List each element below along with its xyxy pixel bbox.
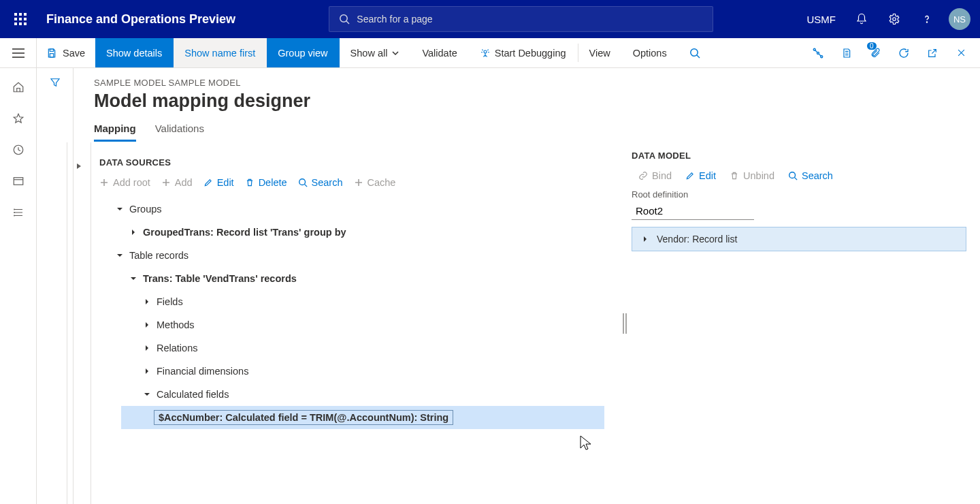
svg-point-11 <box>817 52 819 54</box>
dm-search-button[interactable]: Search <box>788 170 833 181</box>
datamodel-node-vendor[interactable]: Vendor: Record list <box>632 227 966 251</box>
bind-button[interactable]: Bind <box>638 170 672 181</box>
add-root-button[interactable]: Add root <box>99 177 150 188</box>
dm-node-label: Vendor: Record list <box>657 234 737 245</box>
tree-label: Financial dimensions <box>157 366 248 377</box>
workspaces-icon[interactable] <box>5 169 32 193</box>
add-button[interactable]: Add <box>161 177 193 188</box>
tree-node-trans[interactable]: Trans: Table 'VendTrans' records <box>99 267 618 290</box>
tree-label: Relations <box>157 343 197 353</box>
svg-point-3 <box>926 22 927 22</box>
svg-point-0 <box>340 15 347 22</box>
tree-label: $AccNumber: Calculated field = TRIM(@.Ac… <box>154 410 453 425</box>
notifications-icon[interactable] <box>851 8 872 30</box>
unbind-button[interactable]: Unbind <box>730 170 774 181</box>
filter-icon[interactable] <box>49 76 61 91</box>
options-menu[interactable]: Options <box>622 38 679 67</box>
home-icon[interactable] <box>5 75 32 99</box>
tree-node-table-records[interactable]: Table records <box>99 244 618 267</box>
hamburger-icon <box>12 48 24 58</box>
debug-icon <box>480 48 491 59</box>
svg-point-21 <box>789 172 796 178</box>
svg-point-16 <box>14 215 14 216</box>
refresh-icon[interactable] <box>892 38 916 68</box>
search-icon <box>689 48 700 59</box>
caret-down-icon <box>144 391 150 398</box>
show-all-dropdown[interactable]: Show all <box>340 38 412 67</box>
favorites-icon[interactable] <box>5 106 32 131</box>
caret-right-icon <box>144 298 150 305</box>
svg-line-18 <box>304 185 307 187</box>
svg-line-1 <box>346 21 349 24</box>
help-icon[interactable] <box>916 8 938 30</box>
tree-label: Trans: Table 'VendTrans' records <box>143 273 297 284</box>
connector-icon[interactable] <box>806 38 830 68</box>
chevron-right-icon <box>76 163 82 170</box>
tree-node-relations[interactable]: Relations <box>99 336 618 360</box>
tab-mapping[interactable]: Mapping <box>94 123 136 142</box>
svg-point-10 <box>821 55 823 57</box>
dm-edit-label: Edit <box>699 170 716 181</box>
svg-line-8 <box>697 55 700 58</box>
svg-point-14 <box>14 209 14 210</box>
dm-edit-button[interactable]: Edit <box>685 170 716 181</box>
svg-point-9 <box>813 48 815 50</box>
find-button[interactable] <box>679 38 712 67</box>
link-icon <box>638 171 648 180</box>
tree-node-financial-dimensions[interactable]: Financial dimensions <box>99 360 618 383</box>
ds-search-label: Search <box>312 177 343 188</box>
save-label: Save <box>63 48 85 59</box>
modules-icon[interactable] <box>5 200 32 225</box>
caret-right-icon <box>144 368 150 375</box>
root-definition-input[interactable] <box>632 202 754 220</box>
svg-line-22 <box>795 178 798 180</box>
tree-node-grouped-trans[interactable]: GroupedTrans: Record list 'Trans' group … <box>99 221 618 244</box>
trash-icon <box>245 178 255 187</box>
plus-icon <box>161 178 171 187</box>
close-icon[interactable] <box>949 38 973 68</box>
popout-icon[interactable] <box>920 38 945 68</box>
nav-rail <box>0 68 37 504</box>
show-details-button[interactable]: Show details <box>95 38 174 67</box>
cache-button[interactable]: Cache <box>354 177 396 188</box>
svg-point-15 <box>14 212 14 213</box>
recent-icon[interactable] <box>5 138 32 162</box>
view-menu[interactable]: View <box>578 38 622 67</box>
tree-node-fields[interactable]: Fields <box>99 290 618 313</box>
attachments-badge: 0 <box>867 42 877 50</box>
tree-node-groups[interactable]: Groups <box>99 198 618 221</box>
show-all-label: Show all <box>350 48 388 59</box>
user-avatar[interactable]: NS <box>949 8 970 30</box>
ds-search-button[interactable]: Search <box>298 177 343 188</box>
group-view-button[interactable]: Group view <box>267 38 339 67</box>
cache-label: Cache <box>368 177 396 188</box>
pane-splitter[interactable] <box>618 142 632 504</box>
attachments-icon[interactable]: 0 <box>863 38 887 68</box>
chevron-down-icon <box>391 49 399 57</box>
splitter-handle-icon <box>622 313 627 334</box>
global-search[interactable]: Search for a page <box>329 6 713 32</box>
breadcrumb: SAMPLE MODEL SAMPLE MODEL <box>94 78 980 88</box>
app-title: Finance and Operations Preview <box>46 12 235 27</box>
show-name-first-button[interactable]: Show name first <box>174 38 267 67</box>
tree-label: Calculated fields <box>157 389 229 400</box>
tab-validations[interactable]: Validations <box>155 123 204 142</box>
office-icon[interactable] <box>834 38 859 68</box>
search-icon <box>298 178 308 187</box>
tree-node-calculated-fields[interactable]: Calculated fields <box>99 383 618 406</box>
collapse-column[interactable] <box>67 142 91 504</box>
validate-button[interactable]: Validate <box>411 38 468 67</box>
app-launcher-icon[interactable] <box>7 5 34 33</box>
delete-button[interactable]: Delete <box>245 177 287 188</box>
start-debugging-button[interactable]: Start Debugging <box>469 38 578 67</box>
svg-point-7 <box>690 48 697 55</box>
caret-right-icon <box>642 236 649 242</box>
tree-node-accnumber[interactable]: $AccNumber: Calculated field = TRIM(@.Ac… <box>121 406 604 429</box>
svg-point-17 <box>299 179 305 185</box>
tree-node-methods[interactable]: Methods <box>99 313 618 336</box>
company-code[interactable]: USMF <box>807 14 836 25</box>
settings-icon[interactable] <box>883 8 905 30</box>
save-button[interactable]: Save <box>37 38 95 67</box>
nav-toggle[interactable] <box>0 38 37 67</box>
edit-button[interactable]: Edit <box>203 177 234 188</box>
